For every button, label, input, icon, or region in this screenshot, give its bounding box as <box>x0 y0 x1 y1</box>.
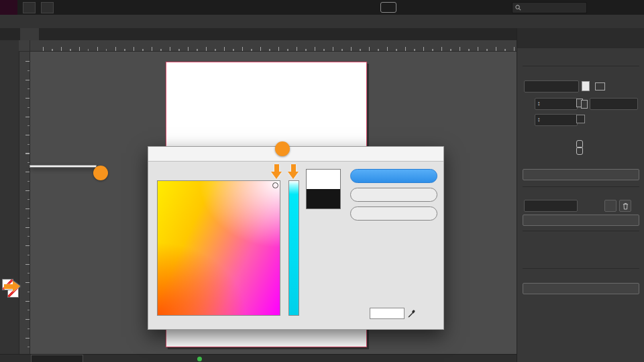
trash-icon[interactable] <box>619 200 631 212</box>
import-file-button[interactable] <box>523 283 639 294</box>
dialog-buttons <box>350 169 437 221</box>
portrait-orientation-button[interactable] <box>582 81 590 91</box>
divider <box>523 268 639 269</box>
landscape-orientation-button[interactable] <box>595 82 605 90</box>
rectangle-tool-flyout <box>30 165 97 168</box>
publish-online-button[interactable] <box>380 2 396 13</box>
dialog-title <box>148 147 443 162</box>
color-slider[interactable] <box>288 180 299 316</box>
divider <box>523 66 639 66</box>
callout-arrow-right-icon <box>4 281 20 292</box>
panel-tabs <box>517 28 644 48</box>
height-stepper[interactable]: ▲▼ <box>535 114 578 126</box>
bridge-icon[interactable] <box>23 2 36 13</box>
stepper-arrows-icon[interactable]: ▲▼ <box>537 101 540 107</box>
menu-bar <box>0 15 644 28</box>
status-ok-icon <box>197 357 202 361</box>
search-icon <box>515 5 521 11</box>
eyedropper-icon[interactable] <box>407 309 416 318</box>
stock-icon[interactable] <box>41 2 54 13</box>
callout-arrow-down-icon <box>288 164 299 179</box>
minimize-button[interactable] <box>586 0 605 15</box>
preflight-profile[interactable] <box>136 355 138 362</box>
current-page-dropdown[interactable] <box>524 200 578 212</box>
step-badge-7 <box>275 141 290 156</box>
stock-search-input[interactable] <box>524 4 580 12</box>
adobe-stock-search[interactable] <box>512 2 587 13</box>
divider <box>523 231 639 231</box>
width-stepper[interactable]: ▲▼ <box>535 98 578 110</box>
page-number-dropdown[interactable] <box>31 355 83 362</box>
horizontal-ruler[interactable] <box>19 40 517 52</box>
new-color-swatch <box>307 170 340 189</box>
color-marker[interactable] <box>272 182 278 188</box>
close-button[interactable] <box>625 0 644 15</box>
previous-color-swatch <box>307 189 340 208</box>
document-tab[interactable] <box>20 28 39 40</box>
indesign-window: ▲▼ ▲▼ <box>0 0 644 362</box>
properties-panel: ▲▼ ▲▼ <box>517 28 644 362</box>
cancel-button[interactable] <box>350 188 437 202</box>
document-preset-dropdown[interactable] <box>524 80 579 93</box>
preflight-status[interactable] <box>197 355 209 362</box>
toolbar <box>0 40 19 357</box>
status-bar <box>0 354 517 362</box>
color-spectrum-field[interactable] <box>157 180 280 316</box>
maximize-button[interactable] <box>605 0 625 15</box>
window-controls <box>586 0 644 15</box>
stepper-arrows-icon[interactable]: ▲▼ <box>537 117 540 123</box>
vertical-ruler[interactable] <box>19 51 30 354</box>
add-page-icon[interactable] <box>604 200 616 212</box>
step-badge-6 <box>93 166 108 180</box>
link-margins-icon[interactable] <box>576 140 583 155</box>
title-bar <box>0 0 644 15</box>
ok-button[interactable] <box>350 169 437 183</box>
adjust-layout-button[interactable] <box>523 169 639 180</box>
ruler-corner[interactable] <box>19 40 30 52</box>
divider <box>523 186 639 187</box>
pages-icon <box>576 99 587 107</box>
indesign-logo-icon <box>0 0 17 15</box>
modify-page-button[interactable] <box>523 215 639 226</box>
callout-arrow-down-icon <box>271 164 282 179</box>
hex-row <box>356 308 416 319</box>
facing-pages-checkbox[interactable] <box>576 115 585 123</box>
page-count-field[interactable] <box>590 98 638 110</box>
workspace-switcher[interactable] <box>443 0 445 15</box>
page-navigation <box>24 355 90 362</box>
color-preview <box>306 169 341 209</box>
add-cmjn-swatch-button[interactable] <box>350 206 437 221</box>
hex-value-input[interactable] <box>370 308 405 319</box>
document-tab-bar <box>0 28 517 40</box>
